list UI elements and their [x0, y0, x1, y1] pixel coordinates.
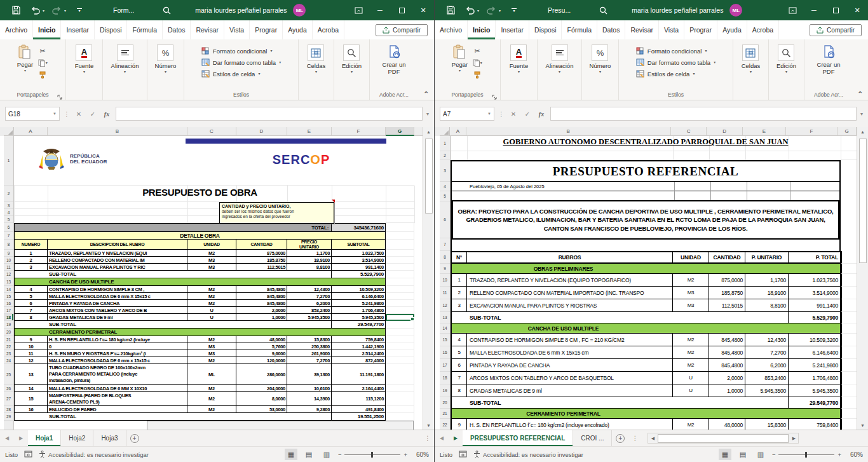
- grid-filler[interactable]: [841, 274, 857, 287]
- paste-button[interactable]: Pegar▾: [452, 43, 468, 79]
- cell-styles-button[interactable]: Estilos de celda▾: [636, 70, 695, 78]
- grid-filler[interactable]: [386, 406, 414, 413]
- tab-bar-kebab-icon[interactable]: ⋮: [628, 430, 641, 446]
- cell-description[interactable]: MALLA ELECTROSOLDADA DE 6 MM X 10X10: [48, 385, 187, 392]
- cell-total[interactable]: 5.945,3500: [332, 314, 386, 321]
- row-header-21[interactable]: 21: [4, 336, 13, 343]
- cell-unit-price[interactable]: 261,9000: [287, 350, 332, 357]
- prev-sheet-icon[interactable]: ◀: [0, 430, 14, 446]
- row-header-14[interactable]: 14: [440, 323, 450, 334]
- cell-total[interactable]: 1.706,4800: [789, 372, 841, 384]
- search-icon[interactable]: [159, 3, 173, 17]
- cell-unit[interactable]: M2: [187, 385, 236, 392]
- cell-number[interactable]: 11: [14, 350, 48, 357]
- cell-number[interactable]: 4: [14, 286, 48, 293]
- cell-number[interactable]: 4: [451, 334, 467, 346]
- total-value[interactable]: 345436,71600: [332, 223, 386, 232]
- column-header-B[interactable]: B: [48, 127, 187, 136]
- cell-unit-price[interactable]: 7,2700: [287, 293, 332, 300]
- gad-title-cell[interactable]: GOBIERNO AUTONOMO DESCENTRALIZADO PARROQ…: [451, 137, 841, 147]
- tab-ayuda[interactable]: Ayuda: [717, 20, 747, 39]
- minimize-button[interactable]: ─: [369, 0, 391, 20]
- user-name[interactable]: maria lourdes peñafiel parrales: [632, 6, 723, 14]
- cell-description[interactable]: GRADAS METALICAS DE 9 ml: [467, 384, 673, 397]
- tab-revisar[interactable]: Revisar: [625, 20, 659, 39]
- grid-filler[interactable]: [386, 264, 414, 271]
- cell-total[interactable]: 2.164,4400: [332, 385, 386, 392]
- redo-icon[interactable]: [50, 3, 64, 17]
- cell-description[interactable]: TRAZADO, REPLANTEO Y NIVELACION (EQUI: [48, 250, 187, 257]
- subtotal-value[interactable]: 19.551,2500: [332, 413, 386, 421]
- grid-filler[interactable]: [841, 323, 857, 334]
- sheet-tab-croi[interactable]: CROI ...: [573, 430, 612, 446]
- zoom-level[interactable]: 60%: [412, 451, 429, 458]
- row-header-4[interactable]: 4: [4, 209, 13, 216]
- page-break-view-icon[interactable]: ▥: [320, 449, 333, 460]
- grid-filler[interactable]: [386, 232, 414, 240]
- row-header-6[interactable]: 6: [440, 201, 450, 238]
- cell-description[interactable]: MAMPOSTERIA (PARED DE BLOQUES ARENA-CEME…: [48, 392, 187, 406]
- header-cell-5[interactable]: P. TOTAL: [789, 251, 841, 264]
- column-header-F[interactable]: F: [332, 127, 386, 136]
- tab-ayuda[interactable]: Ayuda: [283, 20, 313, 39]
- scroll-right-icon[interactable]: ▶: [789, 433, 798, 444]
- row-header-1[interactable]: 1: [4, 136, 13, 186]
- cell-unit-price[interactable]: 39,1300: [287, 364, 332, 385]
- subtotal-value[interactable]: 29.549,7700: [789, 397, 841, 409]
- cell-quantity[interactable]: 112,5015: [236, 264, 287, 271]
- section-band[interactable]: CERRAMIENTO PERIMETRAL: [451, 409, 841, 419]
- cell-description[interactable]: ARCOS MIXTOS CON TABLERO Y ARCO DE B: [48, 307, 187, 314]
- subtotal-value[interactable]: 29.549,7700: [332, 321, 386, 329]
- cell-total[interactable]: 759,8400: [789, 419, 841, 430]
- subtotal-label[interactable]: SUB-TOTAL: [451, 397, 789, 409]
- scroll-down-icon[interactable]: ▼: [423, 421, 434, 430]
- cell-unit[interactable]: M2: [673, 346, 709, 359]
- undo-icon[interactable]: [28, 3, 42, 17]
- scroll-left-icon[interactable]: ◀: [648, 433, 657, 444]
- cell-description[interactable]: RELLENO COMPACTADO CON MATERIAL IMPORTAD…: [467, 287, 673, 299]
- cell-total[interactable]: 5.241,9800: [789, 359, 841, 372]
- grid-filler[interactable]: [841, 359, 857, 372]
- number-group[interactable]: % Número▾: [582, 39, 619, 100]
- ribbon-display-options-icon[interactable]: [782, 0, 803, 20]
- row-header-8[interactable]: 8: [4, 240, 13, 250]
- cell-quantity[interactable]: 8,0000: [236, 392, 287, 406]
- cell-unit[interactable]: M2: [187, 293, 236, 300]
- cell-number[interactable]: 1: [14, 250, 48, 257]
- row-header-13[interactable]: 13: [4, 278, 13, 286]
- cell-unit-price[interactable]: 1,1700: [745, 274, 789, 287]
- column-header-A[interactable]: A: [14, 127, 48, 136]
- cell-unit[interactable]: M2: [187, 336, 236, 343]
- cancel-entry-icon[interactable]: ✕: [508, 111, 519, 118]
- section-band[interactable]: CERRAMIENTO PERIMETRAL: [14, 329, 386, 336]
- cell-unit-price[interactable]: 853,2400: [287, 307, 332, 314]
- tab-vista[interactable]: Vista: [659, 20, 684, 39]
- column-header-G[interactable]: G: [837, 127, 857, 136]
- cell-unit-price[interactable]: 8,8100: [745, 299, 789, 312]
- customize-quick-access-icon[interactable]: ▾: [72, 3, 86, 17]
- cell-quantity[interactable]: 48,0000: [709, 419, 745, 430]
- grid-filler[interactable]: [841, 409, 857, 419]
- subtotal-label[interactable]: SUB-TOTAL: [14, 413, 332, 421]
- cell-description[interactable]: MALLA ELECTROSOLDADA DE 6 mm X 15x15 cm: [467, 346, 673, 359]
- row-header-8[interactable]: 8: [440, 251, 450, 264]
- tab-programador[interactable]: Prograr: [684, 20, 717, 39]
- cell-description[interactable]: H. S. EN REPLANTILLO f´c= 180 kg/cm2 (in…: [48, 336, 187, 343]
- cell-quantity[interactable]: 845,4800: [709, 334, 745, 346]
- undo-dropdown-icon[interactable]: ▾: [477, 8, 479, 13]
- row-header-4[interactable]: 4: [440, 182, 450, 191]
- page-layout-view-icon[interactable]: ▤: [302, 449, 315, 460]
- column-header-F[interactable]: F: [786, 127, 838, 136]
- subtotal-value[interactable]: 5.529,7900: [332, 271, 386, 278]
- row-header-17[interactable]: 17: [4, 307, 13, 314]
- alignment-group[interactable]: Alineación▾: [103, 39, 147, 100]
- cell-quantity[interactable]: 5,7600: [236, 343, 287, 350]
- cell-description[interactable]: EXCAVACION MANUAL PARA PLINTOS Y RIOSTRA…: [467, 299, 673, 312]
- paste-button[interactable]: Pegar▾: [17, 43, 33, 79]
- scroll-down-icon[interactable]: ▼: [857, 421, 868, 430]
- column-header-B[interactable]: B: [466, 127, 671, 136]
- grid-filler[interactable]: [386, 278, 414, 286]
- scrollbar-thumb[interactable]: [425, 139, 433, 214]
- cell-description[interactable]: TRAZADO, REPLANTEO Y NIVELACION (EQUIPO …: [467, 274, 673, 287]
- create-pdf-button[interactable]: Crear un PDF: [811, 43, 846, 75]
